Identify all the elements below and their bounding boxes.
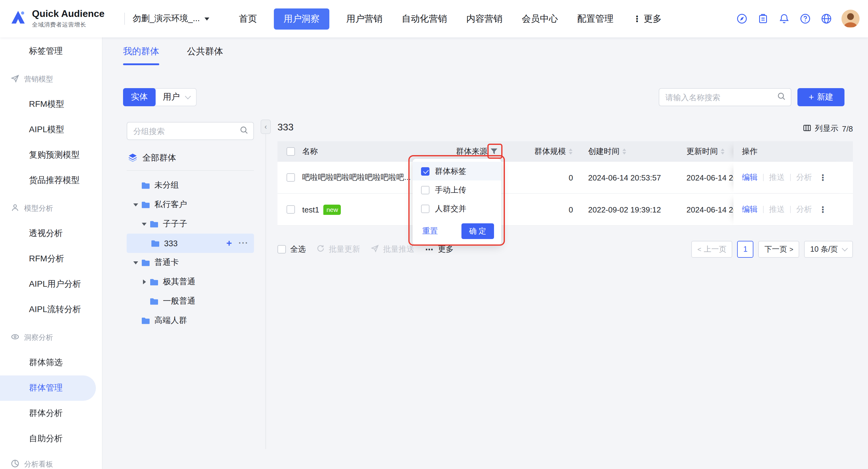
tree-node-ordinary-card[interactable]: 普通卡 [127, 253, 254, 272]
search-icon[interactable] [240, 125, 249, 137]
checkbox-checked[interactable] [421, 167, 430, 175]
page-size-select[interactable]: 10 条/页 [804, 241, 853, 258]
sidebar-item-tag-management[interactable]: 标签管理 [0, 39, 102, 64]
send-icon [11, 74, 19, 84]
row-checkbox[interactable] [286, 194, 295, 225]
tree-root-all-groups[interactable]: 全部群体 [127, 150, 254, 167]
audience-tabs: 我的群体 公共群体 [123, 37, 223, 65]
filter-option-crowd-merge[interactable]: 人群交并 [412, 199, 501, 218]
name-search-input[interactable] [665, 93, 777, 102]
compass-icon[interactable] [736, 13, 748, 25]
batch-push-button[interactable]: 批量推送 [371, 244, 414, 255]
edit-link[interactable]: 编辑 [742, 172, 757, 183]
selected-group-title: 333 [277, 122, 293, 133]
create-button[interactable]: + 新建 [798, 88, 844, 106]
sidebar-item-perspective-analysis[interactable]: 透视分析 [0, 221, 102, 246]
sidebar-item-audience-analysis[interactable]: 群体分析 [0, 401, 102, 426]
tab-my-audience[interactable]: 我的群体 [123, 37, 159, 65]
checkbox[interactable] [286, 147, 295, 156]
search-icon[interactable] [777, 91, 786, 103]
divider [763, 174, 764, 181]
sidebar-item-repurchase-model[interactable]: 复购预测模型 [0, 142, 102, 168]
analyze-link[interactable]: 分析 [796, 204, 812, 215]
divider [127, 170, 254, 171]
nav-item-home[interactable]: 首页 [237, 13, 259, 25]
sidebar-item-aipl-flow-analysis[interactable]: AIPL流转分析 [0, 297, 102, 322]
sidebar-item-aipl-model[interactable]: AIPL模型 [0, 117, 102, 142]
help-icon[interactable] [799, 13, 811, 25]
workspace-selector[interactable]: 勿删_演示环境_... [133, 0, 210, 37]
next-page-button[interactable]: 下一页 > [758, 241, 799, 258]
sort-icons[interactable] [721, 147, 724, 156]
tree-node-general-ordinary[interactable]: 一般普通 [127, 292, 254, 311]
caret-down-icon[interactable] [131, 258, 140, 267]
user-avatar[interactable] [841, 10, 860, 28]
batch-more-button[interactable]: ⋯ 更多 [425, 244, 454, 255]
collapse-panel-handle[interactable]: ‹ [260, 119, 271, 134]
push-link[interactable]: 推送 [769, 204, 785, 215]
filter-reset-button[interactable]: 重置 [422, 226, 438, 237]
sidebar-item-goods-recommend-model[interactable]: 货品推荐模型 [0, 168, 102, 193]
sidebar-item-self-analysis[interactable]: 自助分析 [0, 426, 102, 451]
workspace-name: 勿删_演示环境_... [133, 13, 200, 24]
globe-icon[interactable] [820, 13, 832, 25]
row-more-icon[interactable]: ⋮ [818, 205, 827, 214]
prev-page-button[interactable]: < 上一页 [691, 241, 733, 258]
checkbox[interactable] [286, 205, 295, 214]
row-more-icon[interactable]: ⋮ [818, 173, 827, 182]
more-actions-icon[interactable]: ··· [239, 239, 249, 247]
tree-node-ungrouped[interactable]: 未分组 [127, 176, 254, 195]
row-checkbox[interactable] [286, 162, 295, 193]
group-search-input[interactable] [133, 126, 240, 136]
nav-item-member-center[interactable]: 会员中心 [519, 13, 560, 25]
filter-option-manual-upload[interactable]: 手动上传 [412, 180, 501, 199]
filter-confirm-button[interactable]: 确 定 [461, 223, 494, 239]
nav-item-automation[interactable]: 自动化营销 [399, 13, 450, 25]
batch-update-button[interactable]: 批量更新 [317, 244, 360, 255]
nav-item-user-marketing[interactable]: 用户营销 [344, 13, 385, 25]
nav-item-more[interactable]: ⋮ 更多 [630, 13, 664, 25]
bell-icon[interactable] [778, 13, 790, 25]
filter-option-group-tag[interactable]: 群体标签 [412, 162, 501, 180]
column-display-control[interactable]: 列显示 7/8 [803, 123, 853, 134]
edit-link[interactable]: 编辑 [742, 204, 757, 215]
nav-item-user-insight[interactable]: 用户洞察 [274, 8, 329, 29]
add-group-icon[interactable]: + [226, 238, 232, 248]
checkbox[interactable] [286, 173, 295, 182]
entity-selector[interactable]: 实体 用户 [123, 88, 197, 106]
tree-node-333[interactable]: 333 + ··· [127, 234, 254, 253]
sort-icons[interactable] [569, 147, 572, 156]
sidebar-item-audience-management[interactable]: 群体管理 [0, 376, 96, 401]
caret-down-icon[interactable] [140, 220, 148, 228]
sidebar-item-rfm-model[interactable]: RFM模型 [0, 92, 102, 117]
tree-node-highend[interactable]: 高端人群 [127, 311, 254, 330]
page-number-1[interactable]: 1 [737, 241, 753, 258]
tab-public-audience[interactable]: 公共群体 [187, 37, 223, 65]
clipboard-icon[interactable] [757, 13, 769, 25]
sidebar-item-aipl-user-analysis[interactable]: AIPL用户分析 [0, 272, 102, 297]
checkbox[interactable] [421, 204, 430, 213]
nav-item-content-marketing[interactable]: 内容营销 [464, 13, 505, 25]
checkbox[interactable] [277, 245, 286, 254]
tree-node-private-bank[interactable]: 私行客户 [127, 195, 254, 214]
checkbox[interactable] [421, 185, 430, 194]
tree-node-zizizi[interactable]: 子子子 [127, 214, 254, 234]
sidebar-item-audience-filter[interactable]: 群体筛选 [0, 350, 102, 376]
header-label: 创建时间 [588, 146, 619, 157]
sidebar-item-rfm-analysis[interactable]: RFM分析 [0, 246, 102, 272]
cell-name[interactable]: 吧啦吧啦吧啦吧啦吧啦吧啦吧... [302, 162, 411, 193]
sidebar-section-label: 洞察分析 [24, 332, 53, 343]
collapse-glyph: ‹ [265, 122, 267, 131]
select-all-control[interactable]: 全选 [277, 244, 306, 255]
sort-icons[interactable] [622, 147, 626, 156]
nav-item-config[interactable]: 配置管理 [575, 13, 616, 25]
analyze-link[interactable]: 分析 [796, 172, 812, 183]
select-all-header-checkbox[interactable] [286, 141, 295, 162]
push-link[interactable]: 推送 [769, 172, 785, 183]
cell-name[interactable]: test1 new [302, 194, 341, 225]
folder-icon [150, 220, 159, 228]
sidebar-section-model-analysis: 模型分析 [0, 196, 102, 221]
caret-right-icon[interactable] [140, 280, 148, 284]
caret-down-icon[interactable] [131, 200, 140, 209]
tree-node-extremely-ordinary[interactable]: 极其普通 [127, 272, 254, 292]
